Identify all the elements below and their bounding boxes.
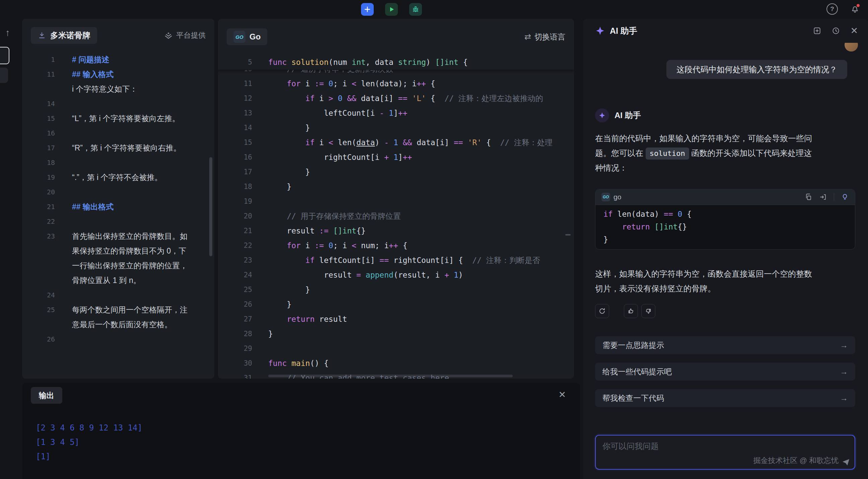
code-line: 15 if i < len(data) - 1 && data[i] == 'R… — [218, 135, 574, 150]
left-rail: ↑ — [0, 19, 22, 479]
code-token: ++ — [416, 79, 426, 88]
line-number: 11 — [22, 67, 66, 81]
problem-text: ## 输出格式 — [72, 199, 189, 214]
code-token: []int — [333, 227, 356, 235]
code-token: len(data) — [613, 210, 664, 218]
problem-text: i 个字符意义如下： — [72, 81, 189, 96]
code-line: 16 rightCount[i + 1]++ — [218, 150, 574, 165]
help-button[interactable]: ? — [827, 3, 838, 15]
code-token: - — [384, 138, 389, 147]
divider — [834, 193, 834, 201]
add-button[interactable] — [361, 3, 374, 16]
code-token: leftCount[i — [268, 109, 379, 117]
code-text: } — [268, 282, 310, 297]
switch-language-button[interactable]: ⇄ 切换语言 — [524, 32, 565, 42]
debug-button[interactable] — [409, 3, 422, 16]
line-number: 13 — [218, 106, 268, 121]
code-editor[interactable]: 5func solution(num int, data string) []i… — [218, 55, 574, 379]
code-line: 5func solution(num int, data string) []i… — [218, 55, 574, 70]
output-title: 输出 — [39, 390, 54, 401]
code-token: result — [268, 271, 356, 279]
history-icon[interactable] — [832, 27, 840, 35]
code-line: 18 } — [218, 179, 574, 194]
line-number: 26 — [218, 297, 268, 312]
ai-suggestion[interactable]: 给我一些代码提示吧→ — [595, 363, 855, 381]
run-button[interactable] — [385, 3, 398, 16]
language-tab[interactable]: GO Go — [227, 28, 267, 45]
regenerate-button[interactable] — [595, 304, 609, 318]
code-token — [333, 94, 338, 103]
ai-suggestion[interactable]: 帮我检查一下代码→ — [595, 389, 855, 407]
thumbs-up-button[interactable] — [624, 304, 638, 318]
code-token: data[i] — [356, 94, 398, 103]
insert-code-icon[interactable] — [819, 193, 827, 201]
code-text: for i := 0; i < num; i++ { — [268, 238, 407, 253]
notifications-button[interactable] — [850, 4, 860, 14]
code-token: string — [398, 58, 426, 67]
line-number: 16 — [218, 150, 268, 165]
code-token: func — [268, 58, 287, 67]
problem-title: 多米诺骨牌 — [50, 30, 90, 41]
code-token: { — [426, 79, 435, 88]
code-token: append — [366, 271, 394, 279]
problem-text — [72, 155, 189, 170]
new-chat-icon[interactable] — [813, 27, 822, 35]
problem-text — [72, 185, 189, 199]
code-token: i — [314, 138, 329, 147]
code-token: 'R' — [468, 138, 482, 147]
problem-title-chip[interactable]: 多米诺骨牌 — [31, 27, 97, 44]
code-token: rightCount[i — [268, 153, 384, 162]
close-icon[interactable]: ✕ — [558, 389, 566, 400]
code-text: } — [268, 165, 310, 179]
code-token: i — [301, 79, 315, 88]
rail-item-active[interactable] — [0, 47, 9, 64]
code-line: 31 // You can add more test cases here — [218, 371, 574, 379]
close-icon[interactable]: ✕ — [850, 27, 858, 35]
line-number: 28 — [218, 327, 268, 341]
magic-bulb-icon[interactable] — [841, 193, 849, 201]
code-token — [287, 359, 291, 368]
code-token: result — [314, 315, 347, 323]
thumbs-down-button[interactable] — [641, 304, 655, 318]
assistant-paragraph-1: 在当前的代码中，如果输入的字符串为空，可能会导致一些问题。您可以在 soluti… — [595, 131, 817, 175]
user-avatar — [844, 43, 858, 52]
problem-text — [72, 332, 189, 346]
topbar: ? — [0, 0, 868, 19]
code-token: () { — [310, 359, 329, 368]
code-line: 25 } — [218, 282, 574, 297]
line-number: 17 — [218, 165, 268, 179]
code-text: result := []int{} — [268, 224, 366, 238]
code-token: 1 — [394, 153, 398, 162]
code-token: // 注释：处理左边被推动的 — [444, 94, 543, 103]
code-token: if — [305, 94, 315, 103]
code-token — [463, 138, 468, 147]
line-number: 25 — [22, 302, 66, 332]
ai-messages: 这段代码中如何处理输入字符串为空的情况？ AI 助手 在当前的代码中，如果输入的… — [583, 43, 868, 479]
code-token: { — [482, 138, 500, 147]
problem-line: 1# 问题描述 — [22, 52, 214, 67]
line-number: 24 — [218, 268, 268, 282]
problem-line: 11## 输入格式 — [22, 67, 214, 81]
copy-icon[interactable] — [804, 193, 812, 201]
code-line: 17 } — [218, 165, 574, 179]
problem-panel: 多米诺骨牌 平台提供 1# 问题描述11## 输入格式i 个字符意义如下：141… — [22, 19, 214, 379]
code-text: if i > 0 && data[i] == 'L' { // 注释：处理左边被… — [268, 91, 543, 106]
ai-suggestion[interactable]: 需要一点思路提示→ — [595, 336, 855, 354]
code-token: main — [291, 359, 310, 368]
code-token: } — [268, 300, 291, 309]
code-token: 1 — [389, 109, 394, 117]
download-icon — [37, 31, 46, 40]
problem-scrollbar[interactable] — [209, 157, 212, 256]
code-token: && — [347, 94, 356, 103]
provider-label: 平台提供 — [164, 30, 206, 40]
editor-header: GO Go ⇄ 切换语言 — [218, 19, 574, 55]
code-token: 0 — [329, 241, 333, 250]
code-token: i — [314, 94, 329, 103]
code-line: 11 for i := 0; i < len(data); i++ { — [218, 76, 574, 91]
code-token: { — [682, 210, 691, 218]
topbar-right: ? — [827, 3, 860, 15]
scroll-top-icon[interactable]: ↑ — [5, 27, 10, 38]
go-logo-icon: GO — [234, 31, 245, 43]
rail-item[interactable] — [0, 68, 8, 83]
problem-line: 22 — [22, 214, 214, 229]
